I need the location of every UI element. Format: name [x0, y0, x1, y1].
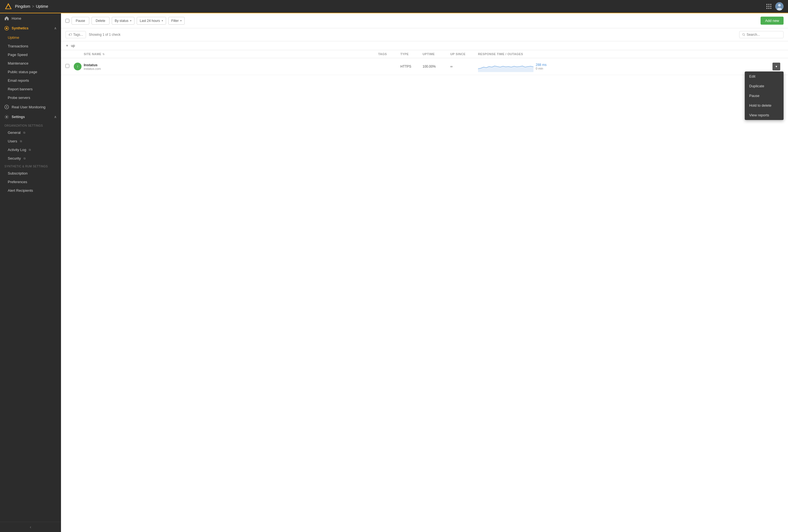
th-site-name[interactable]: SITE NAME ⇅ [84, 53, 378, 56]
row-name-cell: Instatus instatus.com [84, 63, 378, 70]
sidebar-report-banners-label: Report banners [8, 87, 33, 91]
rum-icon [4, 105, 9, 109]
sidebar-subscription-label: Subscription [8, 171, 28, 176]
topbar-brand: Pingdom > Uptime [15, 4, 48, 8]
sidebar-maintenance-label: Maintenance [8, 61, 28, 65]
brand-name: Pingdom [15, 4, 30, 8]
sidebar-preferences-label: Preferences [8, 180, 27, 184]
main-content: Pause Delete By status ▾ Last 24 hours ▾… [61, 13, 788, 532]
sidebar-pagespeed-label: Page Speed [8, 53, 28, 57]
sidebar-public-status-label: Public status page [8, 70, 37, 74]
site-url: instatus.com [84, 67, 378, 70]
dropdown-item-edit[interactable]: Edit [745, 71, 784, 81]
toolbar: Pause Delete By status ▾ Last 24 hours ▾… [61, 13, 788, 28]
row-checkbox[interactable] [65, 64, 69, 68]
user-avatar[interactable] [775, 2, 784, 11]
dropdown-item-hold-to-delete[interactable]: Hold to delete [745, 101, 784, 110]
filter-bar: 🏷 Tags... Showing 1 of 1 check [61, 28, 788, 41]
external-link-icon: ⧉ [29, 148, 31, 151]
sidebar-uptime-label: Uptime [8, 36, 19, 40]
tags-button[interactable]: 🏷 Tags... [65, 31, 86, 38]
row-checkbox-cell [65, 64, 74, 69]
delete-button[interactable]: Delete [92, 17, 110, 25]
sidebar-collapse-button[interactable]: ‹ [0, 522, 61, 532]
org-settings-label: ORGANIZATION SETTINGS [0, 122, 61, 128]
external-link-icon: ⧉ [20, 140, 22, 143]
sidebar-item-settings[interactable]: Settings ∧ [0, 112, 61, 122]
sidebar-item-synthetics[interactable]: Synthetics ∧ [0, 23, 61, 33]
sidebar-rum-label: Real User Monitoring [12, 105, 45, 109]
th-up-since: UP SINCE [450, 53, 478, 56]
sidebar-item-probe-servers[interactable]: Probe servers [0, 94, 61, 102]
tag-icon: 🏷 [68, 33, 72, 37]
sidebar-item-transactions[interactable]: Transactions [0, 42, 61, 50]
th-status [74, 53, 84, 56]
sidebar-item-rum[interactable]: Real User Monitoring [0, 102, 61, 112]
sidebar-item-uptime[interactable]: Uptime [0, 33, 61, 42]
sidebar-item-public-status[interactable]: Public status page [0, 68, 61, 76]
table-row: ↑ Instatus instatus.com HTTPS 100.00% ∞ [61, 58, 788, 75]
external-link-icon: ⧉ [23, 131, 25, 135]
sidebar-item-report-banners[interactable]: Report banners [0, 85, 61, 94]
svg-point-10 [743, 34, 745, 36]
status-group-header: ▼ up [61, 41, 788, 50]
synthetics-icon [4, 26, 9, 30]
sidebar-item-security[interactable]: Security ⧉ [0, 154, 61, 163]
th-action [772, 53, 784, 56]
layout: Home Synthetics ∧ Uptime Transactions Pa… [0, 13, 788, 532]
settings-chevron-icon: ∧ [54, 115, 57, 119]
sidebar-item-home[interactable]: Home [0, 13, 61, 23]
sidebar-item-activity-log[interactable]: Activity Log ⧉ [0, 145, 61, 154]
svg-point-8 [6, 106, 7, 107]
th-type: TYPE [400, 53, 422, 56]
filter-select[interactable]: Filter ▾ [168, 17, 185, 25]
select-all-checkbox[interactable] [65, 19, 69, 23]
dropdown-item-duplicate[interactable]: Duplicate [745, 81, 784, 91]
synthetics-chevron-icon: ∧ [54, 26, 57, 30]
time-range-chevron-icon: ▾ [162, 19, 163, 22]
time-range-select[interactable]: Last 24 hours ▾ [137, 17, 166, 25]
table-container: ▼ up SITE NAME ⇅ TAGS TYPE UPTIME [61, 41, 788, 532]
sidebar-users-label: Users [8, 139, 17, 143]
sidebar-item-alert-recipients[interactable]: Alert Recipients [0, 186, 61, 195]
row-status-cell: ↑ [74, 63, 84, 70]
topbar-right [766, 2, 784, 11]
dropdown-item-pause[interactable]: Pause [745, 91, 784, 101]
sidebar-item-general[interactable]: General ⧉ [0, 128, 61, 137]
pause-button[interactable]: Pause [72, 17, 89, 25]
sidebar-item-preferences[interactable]: Preferences [0, 178, 61, 186]
sidebar-alert-recipients-label: Alert Recipients [8, 188, 33, 192]
search-input[interactable] [747, 33, 781, 37]
breadcrumb-page: Uptime [36, 4, 48, 8]
th-site-name-label: SITE NAME [84, 53, 101, 56]
response-ms: 288 ms [536, 63, 547, 67]
row-action-button[interactable]: ▾ [772, 63, 780, 70]
response-time-values: 288 ms 0 min [536, 63, 547, 70]
settings-icon [4, 115, 9, 119]
sidebar-item-email-reports[interactable]: Email reports [0, 76, 61, 85]
by-status-select[interactable]: By status ▾ [112, 17, 135, 25]
search-box[interactable] [739, 31, 784, 38]
showing-text: Showing 1 of 1 check [89, 33, 736, 37]
sidebar-home-label: Home [12, 16, 21, 21]
sidebar-item-pagespeed[interactable]: Page Speed [0, 50, 61, 59]
search-icon [742, 33, 745, 36]
row-since-cell: ∞ [450, 65, 478, 68]
sidebar-item-users[interactable]: Users ⧉ [0, 137, 61, 145]
site-name[interactable]: Instatus [84, 63, 378, 67]
sidebar-settings-label: Settings [12, 115, 25, 119]
add-new-button[interactable]: Add new [761, 17, 784, 25]
sort-icon: ⇅ [102, 53, 104, 56]
th-checkbox [65, 53, 74, 56]
apps-grid-icon[interactable] [766, 4, 771, 9]
filter-chevron-icon: ▾ [180, 19, 182, 22]
pingdom-logo-icon [4, 2, 12, 10]
svg-point-6 [6, 27, 7, 29]
sidebar-probe-servers-label: Probe servers [8, 96, 30, 100]
sidebar-item-maintenance[interactable]: Maintenance [0, 59, 61, 68]
group-collapse-arrow-icon[interactable]: ▼ [65, 44, 69, 48]
dropdown-item-view-reports[interactable]: View reports [745, 110, 784, 120]
topbar: Pingdom > Uptime [0, 0, 788, 13]
sidebar-item-subscription[interactable]: Subscription [0, 169, 61, 178]
th-response-time: RESPONSE TIME / OUTAGES [478, 53, 772, 56]
